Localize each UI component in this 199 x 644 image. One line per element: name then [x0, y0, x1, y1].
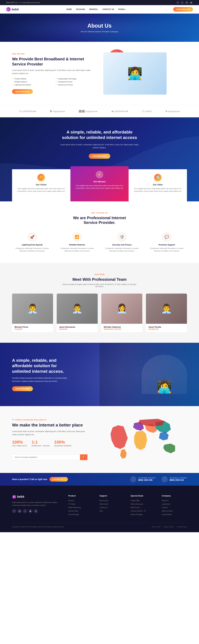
footer-link-streaming[interactable]: Movie Streaming — [68, 506, 81, 508]
support-icon: 💬 — [162, 232, 171, 242]
partner-logo-3: ⬛⬛logoipsum — [79, 110, 98, 113]
check-icon: ✓ — [12, 78, 13, 80]
vision-title-1: Our Vision — [16, 184, 67, 186]
network-icon: 📶 — [72, 232, 82, 242]
customer-support-phone: 📞 CUSTOMER SUPPORT (888) 1500 290 — [130, 476, 156, 482]
footer-company-col: Company About Us Leadership Careers Arti… — [162, 495, 187, 517]
coverage-input[interactable] — [12, 454, 80, 460]
technical-support-label: TECHNICAL SUPPORT — [170, 477, 187, 479]
email-link[interactable]: support@yourdomain.ltd — [22, 2, 40, 4]
stat-unlimited: 100% UNLIMITED INTERNET — [54, 440, 72, 451]
footer-link-combo[interactable]: Combo Internet + TV — [131, 510, 146, 512]
team-heading: Meet With Professional Team — [12, 277, 187, 282]
social-youtube-icon[interactable]: ▶ — [190, 1, 193, 4]
footer-copyright: Copyright © 2024 kebit. All rights reser… — [12, 526, 64, 528]
feature-network-text: Et dignissim sollicitudin himenaeos in m… — [57, 247, 97, 252]
footer-logo-icon: K — [12, 495, 16, 499]
footer-linkedin-icon[interactable]: in — [34, 509, 38, 513]
team-card-3: 👩‍💼 Michelle Adamson MARKETING OFFICER — [101, 294, 142, 332]
feature-support-title: Premium Support — [147, 244, 187, 246]
footer-link-internet[interactable]: Internet — [68, 500, 74, 502]
check-icon: ✓ — [55, 81, 57, 83]
subscribe-button[interactable]: SUBSCRIBE NOW — [173, 7, 193, 12]
footer-facebook-icon[interactable]: f — [12, 509, 16, 513]
cta-content: A simple, reliable, and affordable solut… — [12, 358, 95, 391]
logo[interactable]: K kebit — [6, 7, 19, 12]
contact-us-button[interactable]: CONTACT US → — [50, 477, 68, 482]
mission-title: Our Mission — [74, 180, 125, 183]
footer-deals-title: Special Deals — [131, 495, 156, 497]
footer-twitter-icon[interactable]: t — [23, 509, 27, 513]
customer-support-info: CUSTOMER SUPPORT (888) 1500 290 — [138, 477, 156, 481]
contact-strip-right: 📞 CUSTOMER SUPPORT (888) 1500 290 📞 TECH… — [130, 476, 187, 482]
footer: K kebit Malesuada pulvinar at montes imp… — [0, 486, 199, 532]
svg-marker-2 — [111, 425, 128, 449]
nav-service[interactable]: SERVICE — [89, 8, 98, 10]
team-photo-1: 👨‍💼 — [12, 294, 53, 324]
footer-youtube-icon[interactable]: ▶ — [28, 509, 32, 513]
coverage-search: 🔍 — [12, 454, 87, 460]
footer-link-careers[interactable]: Careers — [162, 506, 168, 508]
svg-marker-9 — [163, 444, 175, 453]
social-facebook-icon[interactable]: f — [176, 1, 180, 4]
footer-link-contact[interactable]: Contact Us — [99, 506, 108, 508]
footer-link-exclusive[interactable]: Online Exclusive — [131, 503, 143, 505]
nav-contact[interactable]: CONTACT US — [102, 8, 114, 10]
mission-text: Eros sagittis erat luctus malesuada null… — [74, 184, 125, 190]
team-card-4: 👨‍💼 Jason Peralta TECHNICIAN — [146, 294, 187, 332]
footer-link-legal[interactable]: Legal Notices — [162, 514, 172, 515]
footer-privacy-link[interactable]: Privacy Policy — [164, 526, 174, 528]
security-icon: 🛡️ — [117, 232, 127, 242]
footer-link-news[interactable]: Article & News — [162, 510, 173, 512]
svg-marker-3 — [120, 449, 127, 458]
footer-link-global[interactable]: Global Offer — [131, 500, 140, 502]
feature-speed-text: Et dignissim sollicitudin himenaeos in m… — [12, 247, 52, 252]
who-we-are-heading: We Provide Best Broadband & Internet Ser… — [12, 56, 96, 67]
check-icon: ✓ — [55, 84, 57, 86]
team-role-2: MANAGER — [59, 328, 95, 330]
footer-link-fiber[interactable]: Internet Fiber — [68, 510, 78, 512]
nav-home[interactable]: HOME — [66, 8, 72, 10]
feature-security: 🛡️ Security and Privacy Et dignissim sol… — [102, 232, 142, 252]
cta-person-area: 👩‍💻 — [104, 355, 187, 394]
footer-link-tv[interactable]: TV Cable — [68, 503, 75, 505]
nav-pages[interactable]: PAGES — [118, 8, 126, 10]
solution-discover-button[interactable]: DISCOVER MORE — [89, 154, 110, 159]
team-name-3: Michelle Adamson — [104, 326, 140, 328]
stat-unlimited-label: UNLIMITED INTERNET — [54, 444, 72, 447]
coverage-description: Lorem ipsum dolor sit amet, consectetur … — [12, 430, 87, 436]
footer-cookie-link[interactable]: Cookie Policy — [177, 526, 187, 528]
coverage-stats: 100% FAST FIBER OPTIC 1:1 DOWNLOAD : UPL… — [12, 440, 87, 451]
coverage-search-button[interactable]: 🔍 — [80, 454, 87, 460]
discover-more-button[interactable]: DISCOVER MORE — [12, 89, 33, 94]
partner-logo-5: ⬡LOGO — [142, 110, 152, 113]
nav-package[interactable]: PACKAGE — [76, 8, 85, 10]
footer-link-help[interactable]: Help Center — [99, 503, 108, 505]
vision-cards: 🏆 Our Vision Eros sagittis erat luctus m… — [12, 169, 187, 202]
top-social-icons: f t in ▶ — [176, 1, 193, 4]
coverage-section: 📍 CHECK COVERAGE AVAILABILITY We make th… — [0, 406, 199, 473]
footer-link-cloud[interactable]: Cloud Storage — [68, 514, 79, 515]
footer-link-about[interactable]: About Us — [162, 500, 169, 502]
who-we-are-description: Lorem ipsum dolor sit amet, consectetur … — [12, 69, 96, 75]
footer-bottom-links: Term of Use Privacy Policy Cookie Policy — [152, 526, 187, 528]
footer-terms-link[interactable]: Term of Use — [152, 526, 161, 528]
footer-link-faq[interactable]: FAQ — [99, 510, 103, 512]
technical-phone-icon: 📞 — [162, 476, 168, 482]
footer-link-bank[interactable]: Bank Promo — [131, 506, 140, 508]
value-icon: 💎 — [154, 174, 162, 181]
cta-discover-button[interactable]: DISCOVER MORE — [12, 386, 33, 391]
main-nav: K kebit HOME PACKAGE SERVICE CONTACT US … — [0, 5, 199, 14]
stat-unlimited-value: 100% — [54, 440, 72, 444]
footer-link-gamer[interactable]: Gamer Package — [131, 514, 143, 515]
footer-link-account[interactable]: My Account — [99, 500, 108, 502]
footer-instagram-icon[interactable]: ig — [17, 509, 22, 513]
footer-link-leadership[interactable]: Leadership — [162, 503, 170, 505]
footer-logo[interactable]: K kebit — [12, 495, 62, 499]
customer-phone-icon: 📞 — [130, 476, 136, 482]
feature-network: 📶 Reliable Network Et dignissim sollicit… — [57, 232, 97, 252]
social-linkedin-icon[interactable]: in — [185, 1, 189, 4]
check-icon: ✓ — [12, 81, 13, 83]
social-twitter-icon[interactable]: t — [181, 1, 184, 4]
pin-icon: 📍 — [12, 419, 14, 421]
